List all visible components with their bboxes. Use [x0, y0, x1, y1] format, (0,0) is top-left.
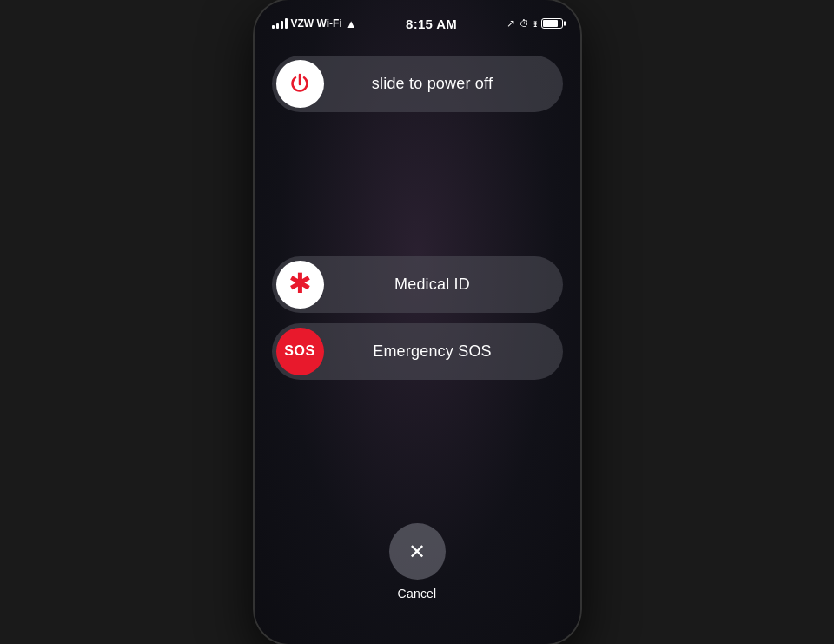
main-content: slide to power off ✱ Medical ID SOS Emer…: [255, 38, 580, 644]
medical-asterisk-icon: ✱: [288, 269, 312, 297]
power-off-label: slide to power off: [324, 75, 559, 93]
status-right: ↗ ⏱ ᵻ: [506, 17, 563, 30]
signal-icon: [272, 18, 288, 29]
battery-icon: [541, 18, 563, 29]
bottom-sliders-group: ✱ Medical ID SOS Emergency SOS: [272, 256, 563, 380]
status-time: 8:15 AM: [406, 17, 457, 31]
medical-id-slider[interactable]: ✱ Medical ID: [272, 256, 563, 313]
emergency-sos-label: Emergency SOS: [324, 342, 559, 361]
power-off-slider[interactable]: slide to power off: [272, 56, 563, 112]
cancel-x-icon: ✕: [408, 541, 426, 562]
carrier-label: VZW Wi-Fi: [291, 17, 342, 30]
medical-icon: ✱: [276, 261, 324, 309]
bluetooth-icon: ᵻ: [533, 17, 537, 30]
status-left: VZW Wi-Fi ▲: [272, 17, 357, 30]
emergency-sos-slider[interactable]: SOS Emergency SOS: [272, 323, 563, 380]
power-icon: [276, 60, 324, 108]
phone-frame: VZW Wi-Fi ▲ 8:15 AM ↗ ⏱ ᵻ s: [255, 0, 580, 644]
cancel-label: Cancel: [398, 587, 437, 601]
cancel-area: ✕ Cancel: [389, 523, 446, 609]
location-icon: ↗: [506, 17, 515, 30]
battery-fill: [543, 20, 559, 27]
sos-icon-text: SOS: [284, 343, 314, 359]
sos-icon: SOS: [276, 328, 324, 375]
status-bar: VZW Wi-Fi ▲ 8:15 AM ↗ ⏱ ᵻ: [255, 0, 580, 38]
cancel-button[interactable]: ✕: [389, 523, 446, 580]
alarm-icon: ⏱: [520, 18, 529, 29]
power-svg: [288, 72, 312, 96]
medical-id-label: Medical ID: [324, 276, 559, 294]
wifi-icon: ▲: [346, 17, 357, 30]
